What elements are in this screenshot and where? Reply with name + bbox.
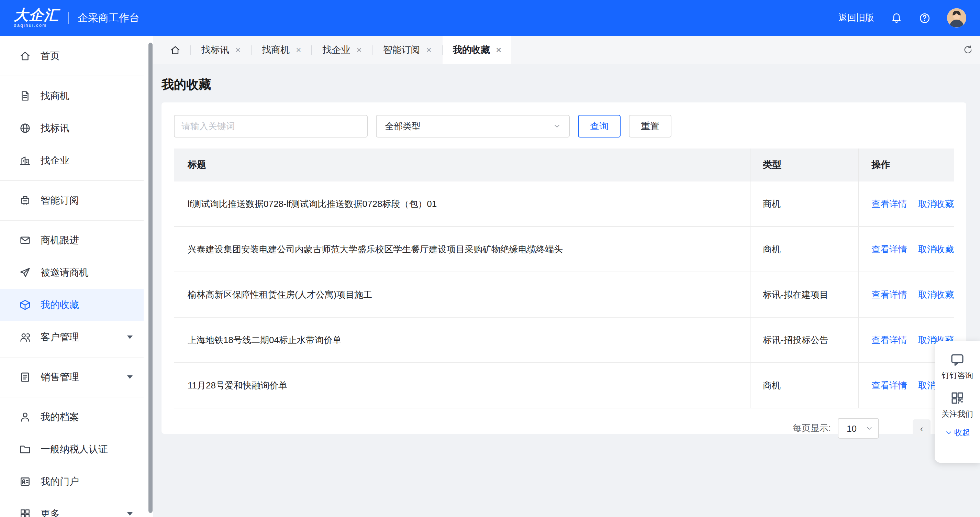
close-icon[interactable]: × xyxy=(296,45,301,54)
brand-logo[interactable]: 大企汇 daqihui.com xyxy=(14,8,59,28)
sidebar-item-label: 首页 xyxy=(41,50,60,62)
tab-find-tender[interactable]: 找标讯× xyxy=(191,36,251,64)
favorites-card: 全部类型 查询 重置 标题 类型 操作 lf测试询比推送数据0728-lf测试询… xyxy=(162,102,966,434)
row-type: 商机 xyxy=(750,182,858,226)
sidebar-item-find-tender[interactable]: 找标讯 xyxy=(0,112,144,144)
sidebar-item-my-archive[interactable]: 我的档案 xyxy=(0,401,144,433)
sidebar-item-label: 我的收藏 xyxy=(41,299,79,311)
help-icon[interactable] xyxy=(919,12,931,24)
query-button[interactable]: 查询 xyxy=(578,115,620,137)
close-icon[interactable]: × xyxy=(496,45,501,54)
tab-my-favorites[interactable]: 我的收藏× xyxy=(442,36,512,64)
prev-page-button[interactable]: ‹ xyxy=(913,420,931,437)
tab-find-enterprise[interactable]: 找企业× xyxy=(312,36,372,64)
id-badge-icon xyxy=(19,476,31,487)
row-actions: 查看详情取消收藏 xyxy=(858,227,954,271)
dingtalk-consult-button[interactable]: 钉钉咨询 xyxy=(942,349,973,388)
tab-label: 智能订阅 xyxy=(383,44,420,56)
top-header: 大企汇 daqihui.com 企采商工作台 返回旧版 xyxy=(0,0,980,36)
sidebar-divider xyxy=(0,357,144,357)
sidebar-item-label: 智能订阅 xyxy=(41,194,79,207)
header-right: 返回旧版 xyxy=(838,8,966,27)
chevron-down-icon xyxy=(127,335,133,339)
sidebar-item-find-enterprise[interactable]: 找企业 xyxy=(0,144,144,177)
page-title: 我的收藏 xyxy=(162,76,980,93)
grid-icon xyxy=(19,508,31,517)
cancel-favorite-link[interactable]: 取消收藏 xyxy=(918,198,954,210)
sidebar-item-label: 我的档案 xyxy=(41,411,79,423)
table-body: lf测试询比推送数据0728-lf测试询比推送数据0728标段（包）01商机查看… xyxy=(174,182,954,408)
bell-icon[interactable] xyxy=(891,12,902,24)
folder-icon xyxy=(19,444,31,455)
back-to-old-version-link[interactable]: 返回旧版 xyxy=(838,12,874,24)
tab-label: 找标讯 xyxy=(201,44,229,56)
logo-domain: daqihui.com xyxy=(14,24,47,28)
view-detail-link[interactable]: 查看详情 xyxy=(872,334,907,346)
sidebar-item-sales-mgmt[interactable]: 销售管理 xyxy=(0,361,144,393)
favorites-table: 标题 类型 操作 lf测试询比推送数据0728-lf测试询比推送数据0728标段… xyxy=(174,148,954,408)
type-select[interactable]: 全部类型 xyxy=(376,115,570,137)
close-icon[interactable]: × xyxy=(235,45,240,54)
follow-us-label: 关注我们 xyxy=(942,409,973,420)
screen: 大企汇 daqihui.com 企采商工作台 返回旧版 首页找商机找标讯找企业智… xyxy=(0,0,980,517)
tabs: 找标讯×找商机×找企业×智能订阅×我的收藏× xyxy=(153,36,980,64)
chevron-down-icon xyxy=(127,375,133,379)
view-detail-link[interactable]: 查看详情 xyxy=(872,243,907,255)
view-detail-link[interactable]: 查看详情 xyxy=(872,379,907,391)
follow-us-button[interactable]: 关注我们 xyxy=(942,388,973,426)
row-title: lf测试询比推送数据0728-lf测试询比推送数据0728标段（包）01 xyxy=(174,182,750,226)
row-actions: 查看详情取消收藏 xyxy=(858,272,954,317)
sidebar-item-my-portal[interactable]: 我的门户 xyxy=(0,466,144,498)
sidebar-item-more[interactable]: 更多 xyxy=(0,498,144,517)
sidebar-divider xyxy=(0,76,144,76)
sidebar-item-my-favorites[interactable]: 我的收藏 xyxy=(0,289,144,321)
sidebar-item-label: 销售管理 xyxy=(41,371,79,383)
collapse-label: 收起 xyxy=(954,428,970,438)
refresh-button[interactable] xyxy=(963,36,973,64)
tab-smart-subscribe[interactable]: 智能订阅× xyxy=(373,36,442,64)
row-title: 兴泰建设集团安装电建公司内蒙古师范大学盛乐校区学生餐厅建设项目采购矿物绝缘电缆终… xyxy=(174,227,750,271)
mail-icon xyxy=(19,235,31,246)
tab-find-opportunity[interactable]: 找商机× xyxy=(251,36,311,64)
reset-button[interactable]: 重置 xyxy=(629,115,671,137)
home-icon xyxy=(170,44,181,55)
close-icon[interactable]: × xyxy=(356,45,361,54)
sidebar-item-taxpayer-cert[interactable]: 一般纳税人认证 xyxy=(0,433,144,466)
per-page-select[interactable]: 10 xyxy=(838,418,879,439)
avatar[interactable] xyxy=(947,8,966,27)
keyword-input[interactable] xyxy=(174,115,368,137)
close-icon[interactable]: × xyxy=(426,45,431,54)
refresh-icon xyxy=(963,45,973,55)
view-detail-link[interactable]: 查看详情 xyxy=(872,198,907,210)
sidebar-item-invited-opportunity[interactable]: 被邀请商机 xyxy=(0,257,144,289)
tab-home[interactable] xyxy=(160,36,190,64)
cancel-favorite-link[interactable]: 取消收藏 xyxy=(918,289,954,301)
column-header-type: 类型 xyxy=(750,148,858,182)
column-header-title: 标题 xyxy=(174,148,750,182)
chevron-down-icon xyxy=(945,429,952,437)
doc-search-icon xyxy=(19,90,31,102)
doc-lines-icon xyxy=(19,371,31,383)
collapse-widget-button[interactable]: 收起 xyxy=(945,428,970,438)
tab-label: 我的收藏 xyxy=(453,44,490,56)
row-title: 榆林高新区保障性租赁住房(人才公寓)项目施工 xyxy=(174,272,750,317)
cancel-favorite-link[interactable]: 取消收藏 xyxy=(918,243,954,255)
sidebar-item-label: 找企业 xyxy=(41,154,69,167)
sidebar-menu: 首页找商机找标讯找企业智能订阅商机跟进被邀请商机我的收藏客户管理销售管理我的档案… xyxy=(0,40,144,517)
view-detail-link[interactable]: 查看详情 xyxy=(872,289,907,301)
sidebar-item-home[interactable]: 首页 xyxy=(0,40,144,72)
sidebar-item-customer-mgmt[interactable]: 客户管理 xyxy=(0,321,144,353)
per-page-value: 10 xyxy=(847,423,857,434)
cube-icon xyxy=(19,299,31,311)
header-divider xyxy=(68,12,69,24)
sidebar-item-find-opportunity[interactable]: 找商机 xyxy=(0,80,144,112)
sidebar-scrollbar[interactable] xyxy=(148,43,153,513)
sidebar-divider xyxy=(0,180,144,181)
app-window: 大企汇 daqihui.com 企采商工作台 返回旧版 首页找商机找标讯找企业智… xyxy=(0,0,980,517)
table-row: lf测试询比推送数据0728-lf测试询比推送数据0728标段（包）01商机查看… xyxy=(174,182,954,227)
user-icon xyxy=(19,411,31,423)
sidebar-item-opportunity-follow[interactable]: 商机跟进 xyxy=(0,224,144,257)
sidebar-item-smart-subscribe[interactable]: 智能订阅 xyxy=(0,184,144,217)
home-icon xyxy=(19,50,31,62)
row-title: 上海地铁18号线二期04标止水带询价单 xyxy=(174,318,750,362)
